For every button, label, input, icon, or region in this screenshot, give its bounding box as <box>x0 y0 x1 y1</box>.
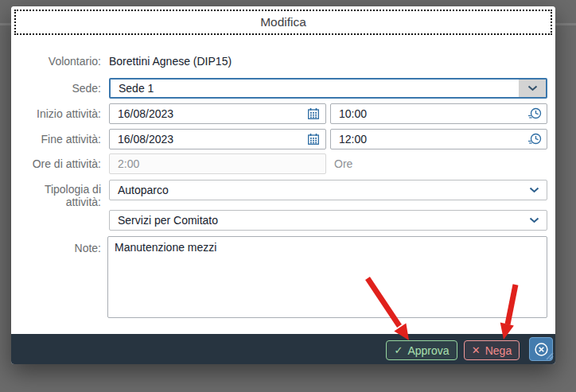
sede-label: Sede: <box>24 82 101 95</box>
inizio-date-input[interactable] <box>110 107 302 120</box>
clock-icon[interactable] <box>523 130 547 149</box>
approve-button-label: Approva <box>407 344 449 357</box>
sotto-tipologia-select[interactable]: Servizi per Comitato <box>109 210 547 231</box>
sede-select[interactable]: Sede 1 <box>109 78 547 99</box>
fine-date-field[interactable] <box>109 129 326 149</box>
dialog-title: Modifica <box>11 6 555 37</box>
dialog-footer: ✓ Approva ✕ Nega <box>11 334 555 364</box>
modifica-dialog: Modifica Volontario: Borettini Agnese (D… <box>11 6 555 364</box>
deny-button[interactable]: ✕ Nega <box>464 340 520 360</box>
sotto-tipologia-select-value: Servizi per Comitato <box>110 214 521 227</box>
inizio-date-field[interactable] <box>109 103 326 124</box>
ore-label: Ore di attività: <box>24 157 101 170</box>
tipologia-label: Tipologia di attività: <box>24 183 101 208</box>
inizio-time-field[interactable] <box>330 103 547 124</box>
chevron-down-icon <box>521 211 547 230</box>
chevron-down-icon <box>521 180 547 200</box>
inizio-time-input[interactable] <box>331 107 523 120</box>
ore-unit-label: Ore <box>334 153 352 174</box>
tipologia-select-value: Autoparco <box>110 184 521 196</box>
ore-field <box>109 153 326 174</box>
volontario-value: Borettini Agnese (DIP15) <box>109 55 232 68</box>
note-textarea[interactable]: Manutenzione mezzi <box>107 236 547 318</box>
sede-select-value: Sede 1 <box>111 82 519 95</box>
x-icon: ✕ <box>472 344 481 356</box>
chevron-down-icon[interactable] <box>519 80 546 97</box>
calendar-icon[interactable] <box>302 104 325 123</box>
inizio-label: Inizio attività: <box>24 107 101 120</box>
calendar-icon[interactable] <box>302 130 325 149</box>
approve-button[interactable]: ✓ Approva <box>386 340 457 360</box>
check-icon: ✓ <box>394 344 403 356</box>
ore-input <box>110 157 325 170</box>
resize-grip-icon[interactable] <box>543 349 554 363</box>
fine-label: Fine attività: <box>24 133 101 146</box>
tipologia-select[interactable]: Autoparco <box>109 180 547 200</box>
fine-time-field[interactable] <box>330 129 547 149</box>
dialog-header[interactable]: Modifica <box>11 6 555 37</box>
clock-icon[interactable] <box>523 104 547 123</box>
fine-date-input[interactable] <box>110 133 302 146</box>
note-label: Note: <box>24 242 101 254</box>
deny-button-label: Nega <box>485 344 512 357</box>
dimmed-page-background: Modifica Volontario: Borettini Agnese (D… <box>0 0 576 392</box>
volontario-label: Volontario: <box>24 55 101 68</box>
fine-time-input[interactable] <box>331 133 523 146</box>
